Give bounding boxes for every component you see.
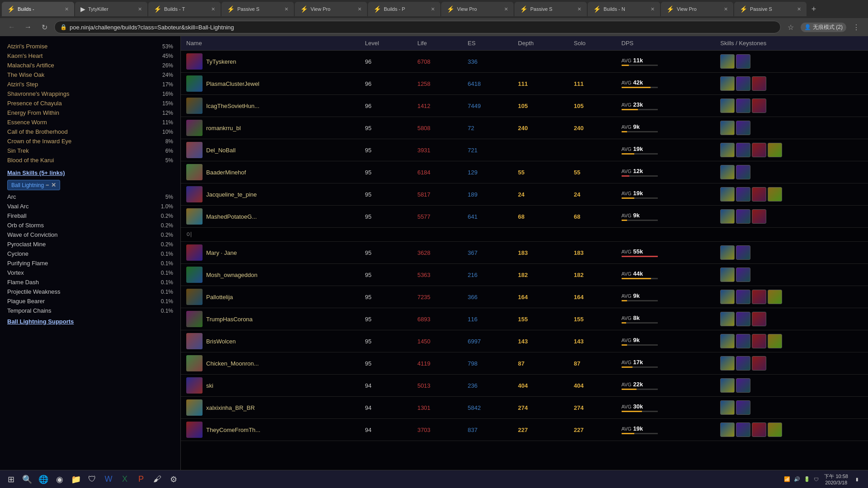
explorer-taskbar-icon[interactable]: 📁: [69, 472, 83, 487]
bookmark-button[interactable]: ☆: [784, 21, 797, 33]
player-name[interactable]: xalxixinha_BR_BR: [206, 404, 255, 411]
unique-item-row[interactable]: Presence of Chayula 15%: [0, 99, 180, 108]
tab-close-button[interactable]: ✕: [577, 6, 581, 12]
tab-t7[interactable]: ⚡ View Pro ✕: [441, 2, 514, 16]
skill-minus-button[interactable]: −: [46, 182, 49, 188]
tab-t11[interactable]: ⚡ Passive S ✕: [734, 2, 807, 16]
table-row[interactable]: ski945013236404404 AVG 22k: [181, 375, 868, 397]
table-row[interactable]: IcagTheSovietHun...9614127449105105 AVG …: [181, 95, 868, 117]
table-row[interactable]: BrisWolcen9514506997143143 AVG 9k: [181, 330, 868, 352]
skill-icon[interactable]: [768, 290, 782, 304]
skill-icon[interactable]: [752, 209, 766, 224]
unique-item-row[interactable]: Shavronne's Wrappings 16%: [0, 89, 180, 99]
tab-close-button[interactable]: ✕: [431, 6, 435, 12]
tab-t2[interactable]: ▶ TytyKiller ✕: [75, 2, 147, 16]
skill-icon[interactable]: [720, 209, 735, 224]
skill-item-row[interactable]: Wave of Conviction 0.2%: [0, 230, 180, 239]
skill-item-row[interactable]: Plague Bearer 0.1%: [0, 296, 180, 306]
show-desktop-button[interactable]: ▮: [850, 472, 864, 487]
refresh-button[interactable]: ↻: [38, 21, 51, 33]
skill-icon[interactable]: [768, 143, 782, 157]
skill-icon[interactable]: [736, 267, 750, 282]
skill-remove-button[interactable]: ✕: [51, 182, 56, 188]
unique-item-row[interactable]: Malachai's Artifice 26%: [0, 61, 180, 70]
skill-icon[interactable]: [752, 334, 766, 348]
table-row[interactable]: romankrru_bl95580872240240 AVG 9k: [181, 117, 868, 139]
col-level[interactable]: Level: [359, 36, 412, 51]
player-name[interactable]: Mary · Jane: [206, 249, 237, 256]
table-row[interactable]: Pallottelija957235366164164 AVG 9k: [181, 286, 868, 308]
skill-icon[interactable]: [720, 121, 735, 135]
player-name[interactable]: Mosh_ownageddon: [206, 272, 257, 278]
table-row[interactable]: Mary · Jane953628367183183 AVG 55k: [181, 242, 868, 264]
skill-icon[interactable]: [736, 422, 750, 437]
skill-item-row[interactable]: Vaal Arc 1.0%: [0, 202, 180, 211]
tab-t9[interactable]: ⚡ Builds - N ✕: [588, 2, 660, 16]
table-row[interactable]: Mosh_ownageddon955363216182182 AVG 44k: [181, 264, 868, 286]
tab-close-button[interactable]: ✕: [504, 6, 508, 12]
skill-icon[interactable]: [736, 209, 750, 224]
unique-item-row[interactable]: Atziri's Step 17%: [0, 80, 180, 89]
skill-item-row[interactable]: Fireball 0.2%: [0, 211, 180, 221]
player-name[interactable]: PlasmaClusterJewel: [206, 80, 259, 87]
table-row[interactable]: Jacqueline_te_pine9558171892424 AVG 19k: [181, 183, 868, 206]
unique-item-row[interactable]: Sin Trek 6%: [0, 146, 180, 155]
unique-item-row[interactable]: Kaom's Heart 45%: [0, 51, 180, 61]
skill-icon[interactable]: [736, 400, 750, 415]
unique-item-row[interactable]: Crown of the Inward Eye 8%: [0, 136, 180, 146]
skill-icon[interactable]: [752, 143, 766, 157]
player-name[interactable]: Chicken_Moonron...: [206, 360, 259, 367]
ppt-taskbar-icon[interactable]: P: [134, 472, 148, 487]
unique-item-row[interactable]: Call of the Brotherhood 10%: [0, 127, 180, 136]
skill-item-row[interactable]: Projectile Weakness 0.1%: [0, 287, 180, 296]
skill-icon[interactable]: [736, 245, 750, 260]
tab-t10[interactable]: ⚡ View Pro ✕: [661, 2, 733, 16]
skill-item-row[interactable]: Cyclone 0.1%: [0, 249, 180, 258]
address-bar[interactable]: 🔒 poe.ninja/challenge/builds?class=Sabot…: [54, 21, 781, 33]
table-row[interactable]: xalxixinha_BR_BR9413015842274274 AVG 30k: [181, 397, 868, 419]
supports-section-title[interactable]: Ball Lightning Supports: [0, 315, 180, 327]
skill-icon[interactable]: [736, 165, 750, 179]
skill-icon[interactable]: [720, 245, 735, 260]
col-name[interactable]: Name: [181, 36, 359, 51]
main-skills-section-title[interactable]: Main Skills (5+ links): [0, 167, 180, 178]
back-button[interactable]: ←: [5, 21, 18, 33]
unique-item-row[interactable]: Blood of the Karui 5%: [0, 155, 180, 165]
table-row[interactable]: TrumpHasCorona956893116155155 AVG 8k: [181, 308, 868, 330]
skill-icon[interactable]: [720, 312, 735, 326]
player-name[interactable]: BrisWolcen: [206, 338, 236, 345]
skill-item-row[interactable]: Purifying Flame 0.1%: [0, 258, 180, 268]
forward-button[interactable]: →: [22, 21, 34, 33]
player-name[interactable]: Pallottelija: [206, 294, 233, 300]
skill-icon[interactable]: [720, 76, 735, 91]
skill-icon[interactable]: [752, 187, 766, 202]
skill-icon[interactable]: [720, 54, 735, 69]
skill-icon[interactable]: [736, 99, 750, 113]
table-row[interactable]: BaaderMinehof9561841295555 AVG 12k: [181, 161, 868, 183]
tab-close-button[interactable]: ✕: [358, 6, 362, 12]
player-name[interactable]: MashedPotatoeG...: [206, 213, 257, 220]
tab-close-button[interactable]: ✕: [138, 6, 142, 12]
skill-icon[interactable]: [720, 187, 735, 202]
tab-close-button[interactable]: ✕: [724, 6, 728, 12]
skill-icon[interactable]: [720, 356, 735, 371]
player-name[interactable]: TrumpHasCorona: [206, 316, 253, 323]
col-life[interactable]: Life: [412, 36, 462, 51]
unique-item-row[interactable]: Atziri's Promise 53%: [0, 42, 180, 51]
tab-close-button[interactable]: ✕: [797, 6, 801, 12]
tab-t4[interactable]: ⚡ Passive S ✕: [222, 2, 294, 16]
table-row[interactable]: Chicken_Moonron...9541197988787 AVG 17k: [181, 352, 868, 375]
tab-t3[interactable]: ⚡ Builds - T ✕: [148, 2, 221, 16]
col-solo[interactable]: Solo: [568, 36, 616, 51]
col-depth[interactable]: Depth: [513, 36, 568, 51]
skill-icon[interactable]: [736, 121, 750, 135]
start-button[interactable]: ⊞: [4, 472, 18, 487]
player-name[interactable]: ski: [206, 382, 213, 389]
tool-taskbar-icon[interactable]: ⚙: [166, 472, 181, 487]
skill-icon[interactable]: [752, 99, 766, 113]
col-skills-/-keystones[interactable]: Skills / Keystones: [715, 36, 868, 51]
skill-icon[interactable]: [752, 422, 766, 437]
col-dps[interactable]: DPS: [616, 36, 715, 51]
tab-close-button[interactable]: ✕: [284, 6, 288, 12]
skill-icon[interactable]: [720, 334, 735, 348]
